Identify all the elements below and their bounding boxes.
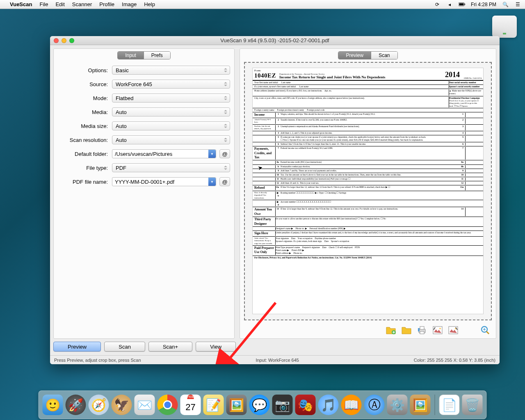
zoom-button[interactable] [69,38,74,43]
dock-calendar[interactable]: FEB27 [180,395,201,415]
dock-finder[interactable]: 🙂 [43,395,63,415]
svg-rect-6 [420,331,424,334]
pdf-filename-at-button[interactable]: @ [219,177,230,186]
doc-omb: OMB No. 1545-0074 [464,77,482,79]
doc-year: 2014 [445,71,460,79]
tab-scan[interactable]: Scan [371,52,397,59]
folder-icon[interactable] [401,325,412,335]
app-name[interactable]: VueScan [10,1,32,7]
svg-point-9 [439,328,441,329]
left-segment: Input Prefs [117,51,171,59]
scanned-document: Form 1040EZ Department of the Treasury—I… [252,68,484,314]
scan-plus-button[interactable]: Scan+ [148,342,192,352]
label-pdf-file-name: PDF file name: [58,179,112,185]
menu-help[interactable]: Help [144,1,155,7]
svg-rect-7 [418,328,420,331]
dock-itunes[interactable]: 🎵 [318,395,339,415]
label-options: Options: [58,67,112,73]
dock-vuescan[interactable]: 🖼️ [410,395,431,415]
settings-pane: Input Prefs Options: Basic Source: WorkF… [53,48,235,339]
scan-button[interactable]: Scan [104,342,145,352]
dock-messages[interactable]: 💬 [249,395,270,415]
tab-input[interactable]: Input [118,52,144,59]
vuescan-window: VueScan 9 x64 (9.5.03) -2015-02-27-0001.… [50,36,500,364]
select-media[interactable]: Auto [112,107,230,116]
dock-photobooth[interactable]: 🎭 [295,395,316,415]
dock-safari[interactable]: 🧭 [89,395,109,415]
menu-image[interactable]: Image [122,1,137,7]
close-button[interactable] [54,38,59,43]
desktop-disk-icon[interactable] [492,16,517,38]
dock-chrome[interactable] [158,395,178,415]
status-bar: Press Preview, adjust crop box, press Sc… [50,355,500,364]
select-options[interactable]: Basic [112,66,230,75]
status-mid: Input: WorkForce 645 [141,358,414,363]
label-default-folder: Default folder: [58,151,112,157]
dock-preview[interactable]: 🖼️ [226,395,247,415]
tab-preview[interactable]: Preview [338,52,371,59]
status-right: Color: 255 255 255 X: 0.58 Y: 3.85 (inch… [414,358,495,363]
dock-mail[interactable]: ✉️ [135,395,155,415]
filename-dropdown-icon[interactable]: ▼ [208,178,216,186]
dock-ibooks[interactable]: 📖 [341,395,362,415]
dock-trash[interactable]: 🗑️ [462,395,483,415]
image-prev-icon[interactable] [432,325,443,335]
select-media-size[interactable]: Auto [112,121,230,130]
label-media-size: Media size: [58,123,112,129]
new-folder-icon[interactable] [385,325,397,335]
dock-contacts[interactable]: 🦅 [112,395,132,415]
status-left: Press Preview, adjust crop box, press Sc… [54,358,141,363]
preview-pane: Preview Scan Form 1040EZ Department of t… [240,48,496,339]
dock-sysprefs[interactable]: ⚙️ [387,395,408,415]
svg-rect-2 [465,4,465,5]
right-segment: Preview Scan [338,51,397,59]
spotlight-icon[interactable]: 🔍 [502,1,509,8]
select-mode[interactable]: Flatbed [112,94,230,103]
label-scan-resolution: Scan resolution: [58,137,112,143]
view-button[interactable]: View [196,342,236,352]
battery-icon[interactable] [459,1,465,8]
print-icon[interactable] [416,325,428,335]
notification-center-icon[interactable]: ☰ [514,1,521,8]
preview-area[interactable]: Form 1040EZ Department of the Treasury—I… [244,62,492,320]
preview-button[interactable]: Preview [53,342,101,352]
svg-rect-1 [459,3,463,5]
svg-rect-5 [420,326,424,329]
dock-separator [435,395,435,415]
label-source: Source: [58,81,112,87]
doc-form-label: Form [254,69,276,72]
menu-file[interactable]: File [39,1,48,7]
image-next-icon[interactable] [447,325,459,335]
label-mode: Mode: [58,95,112,101]
tab-prefs[interactable]: Prefs [144,52,170,59]
select-file-type[interactable]: PDF [112,163,230,172]
default-folder-at-button[interactable]: @ [219,149,230,158]
volume-icon[interactable]: ◂ [446,1,453,8]
input-default-folder[interactable]: /Users/vuescan/Pictures▼ [112,149,216,158]
dock-appstore[interactable]: Ⓐ [364,395,385,415]
dock-document[interactable]: 📄 [439,395,460,415]
clock[interactable]: Fri 4:28 PM [471,2,496,7]
folder-dropdown-icon[interactable]: ▼ [208,150,216,158]
zoom-in-icon[interactable] [479,325,491,335]
select-source[interactable]: WorkForce 645 [112,80,230,89]
window-titlebar[interactable]: VueScan 9 x64 (9.5.03) -2015-02-27-0001.… [50,36,500,45]
dock-facetime[interactable]: 📷 [272,395,293,415]
sync-icon[interactable]: ⟳ [434,1,441,8]
input-pdf-file-name[interactable]: YYYY-MM-DD-0001+.pdf▼ [112,177,216,186]
window-title: VueScan 9 x64 (9.5.03) -2015-02-27-0001.… [50,37,500,43]
label-media: Media: [58,109,112,115]
select-scan-resolution[interactable]: Auto [112,135,230,144]
menu-profile[interactable]: Profile [99,1,114,7]
dock-notes[interactable]: 📝 [203,395,224,415]
macos-dock: 🙂 🚀 🧭 🦅 ✉️ FEB27 📝 🖼️ 💬 📷 🎭 🎵 📖 Ⓐ ⚙️ 🖼️ … [39,390,487,419]
doc-title: Income Tax Return for Single and Joint F… [279,75,438,79]
doc-form-id: 1040EZ [254,72,276,79]
menu-scanner[interactable]: Scanner [72,1,92,7]
minimize-button[interactable] [62,38,66,43]
macos-menubar: VueScan File Edit Scanner Profile Image … [0,0,525,9]
dock-launchpad[interactable]: 🚀 [66,395,86,415]
menu-edit[interactable]: Edit [55,1,64,7]
label-file-type: File type: [58,165,112,171]
